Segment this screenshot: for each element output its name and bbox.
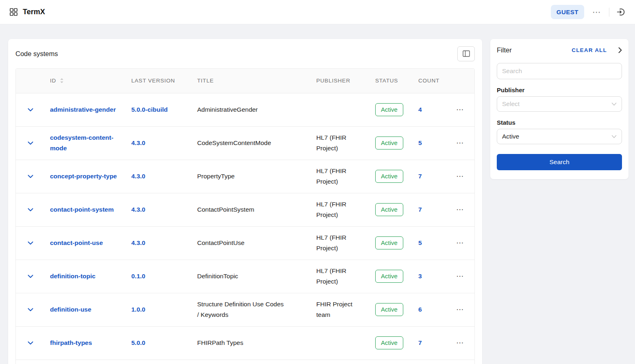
top-bar-right: GUEST ⋯ [551,5,625,19]
actions-column-header [446,69,474,93]
count-link[interactable]: 4 [418,106,422,113]
status-badge: Active [375,170,403,183]
count-link[interactable]: 7 [418,339,422,346]
filter-panel: Filter CLEAR ALL Publisher Select Status… [490,39,628,179]
code-system-id-link[interactable]: contact-point-use [50,239,103,246]
filter-header: Filter CLEAR ALL [497,46,622,54]
last-version-link[interactable]: 4.3.0 [131,173,145,180]
status-badge: Active [375,103,403,116]
row-actions-button[interactable]: ⋯ [456,172,464,180]
publisher-select-placeholder: Select [502,100,520,108]
expand-row-icon[interactable] [28,241,33,245]
code-systems-table: ID LAST VERSION TITLE [15,68,475,364]
row-actions-button[interactable]: ⋯ [456,305,464,314]
expand-row-icon[interactable] [28,208,33,212]
last-version-link[interactable]: 4.3.0 [131,239,145,246]
column-header-last-version: LAST VERSION [126,69,192,93]
count-link[interactable]: 7 [418,173,422,180]
publisher-cell [311,326,370,360]
last-version-link[interactable]: 4.3.0 [131,206,145,213]
table-row: contact-point-system 4.3.0 ContactPointS… [16,193,474,226]
title-cell: ContactPointUse [192,226,311,260]
status-badge: Active [375,303,403,316]
table-body: administrative-gender 5.0.0-cibuild Admi… [16,93,474,364]
count-link[interactable]: 6 [418,306,422,313]
title-cell: DefinitionTopic [192,260,311,293]
last-version-link[interactable]: 4.3.0 [131,139,145,146]
status-badge: Active [375,203,403,216]
code-system-id-link[interactable]: definition-use [50,306,91,313]
panel-header: Code systems [15,39,475,68]
logout-icon[interactable] [617,8,625,16]
row-actions-button[interactable]: ⋯ [456,105,464,114]
search-input[interactable] [497,63,622,79]
count-link[interactable]: 3 [418,273,422,280]
column-header-status: STATUS [370,69,413,93]
divider [609,8,609,17]
last-version-link[interactable]: 5.0.0 [131,339,145,346]
clear-all-button[interactable]: CLEAR ALL [572,47,607,53]
count-link[interactable]: 5 [418,239,422,246]
publisher-cell: HL7 (FHIR Project) [311,126,370,160]
search-button[interactable]: Search [497,154,622,170]
count-link[interactable]: 5 [418,139,422,146]
status-select-value: Active [502,133,519,140]
code-system-id-link[interactable]: definition-topic [50,273,96,280]
table-row-partial [16,360,474,364]
code-system-id-link[interactable]: administrative-gender [50,106,116,113]
expand-row-icon[interactable] [28,341,33,345]
table-row: concept-property-type 4.3.0 PropertyType… [16,160,474,193]
expand-row-icon[interactable] [28,275,33,278]
column-header-title: TITLE [192,69,311,93]
publisher-cell [311,93,370,126]
expand-column-header [16,69,45,93]
row-actions-button[interactable]: ⋯ [456,205,464,214]
last-version-link[interactable]: 5.0.0-cibuild [131,106,168,113]
table-layout-button[interactable] [457,46,475,61]
apps-grid-icon[interactable] [10,8,17,16]
title-cell: FHIRPath Types [192,326,311,360]
title-cell: PropertyType [192,160,311,193]
publisher-select[interactable]: Select [497,96,622,112]
publisher-label: Publisher [497,87,622,93]
more-options-button[interactable]: ⋯ [592,10,602,14]
row-actions-button[interactable]: ⋯ [456,238,464,247]
publisher-cell: HL7 (FHIR Project) [311,260,370,293]
column-header-count: COUNT [413,69,446,93]
table-row: fhirpath-types 5.0.0 FHIRPath Types Acti… [16,326,474,360]
title-cell: AdministrativeGender [192,93,311,126]
code-system-id-link[interactable]: concept-property-type [50,173,117,180]
code-systems-panel: Code systems [8,39,482,364]
code-system-id-link[interactable]: fhirpath-types [50,339,92,346]
app-title: TermX [23,8,45,16]
title-cell: ContactPointSystem [192,193,311,226]
title-cell: CodeSystemContentMode [192,126,311,160]
sort-icon[interactable] [59,78,64,83]
row-actions-button[interactable]: ⋯ [456,139,464,147]
expand-row-icon[interactable] [28,108,33,112]
collapse-panel-icon[interactable] [618,47,622,53]
status-select[interactable]: Active [497,129,622,144]
count-link[interactable]: 7 [418,206,422,213]
last-version-link[interactable]: 0.1.0 [131,273,145,280]
row-actions-button[interactable]: ⋯ [456,338,464,347]
column-header-id-label: ID [50,78,56,84]
expand-row-icon[interactable] [28,141,33,145]
code-system-id-link[interactable]: contact-point-system [50,206,114,213]
table-row: codesystem-content-mode 4.3.0 CodeSystem… [16,126,474,160]
chevron-down-icon [611,135,617,139]
status-badge: Active [375,136,403,150]
row-actions-button[interactable]: ⋯ [456,272,464,280]
publisher-cell: HL7 (FHIR Project) [311,226,370,260]
table-row: administrative-gender 5.0.0-cibuild Admi… [16,93,474,126]
expand-row-icon[interactable] [28,175,33,178]
last-version-link[interactable]: 1.0.0 [131,306,145,313]
publisher-cell: HL7 (FHIR Project) [311,160,370,193]
guest-badge[interactable]: GUEST [551,5,584,19]
column-header-id[interactable]: ID [45,69,126,93]
title-cell: Structure Definition Use Codes / Keyword… [192,293,311,326]
expand-row-icon[interactable] [28,308,33,312]
code-system-id-link[interactable]: codesystem-content-mode [50,134,113,152]
chevron-down-icon [611,102,617,106]
panel-title: Code systems [15,50,58,58]
